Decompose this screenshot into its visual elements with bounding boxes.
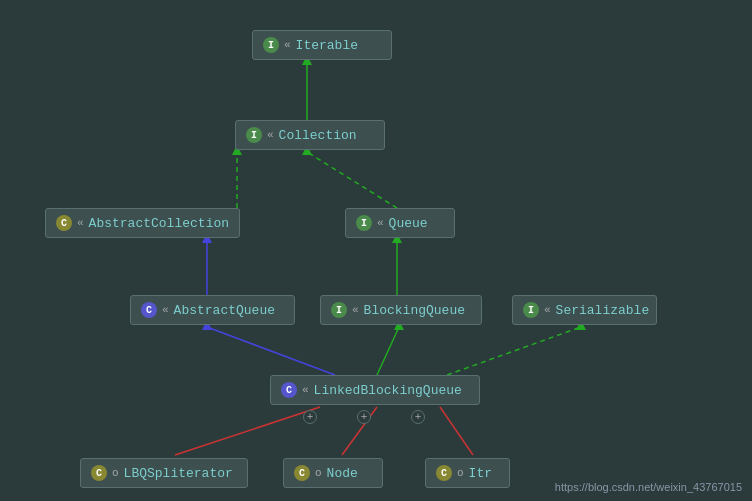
svg-line-16 bbox=[175, 407, 320, 455]
type-linkedblockingqueue: « bbox=[302, 384, 309, 396]
type-queue: « bbox=[377, 217, 384, 229]
diagram-container: I « Iterable I « Collection C « Abstract… bbox=[0, 0, 752, 501]
expand-buttons: + + + bbox=[303, 410, 425, 424]
icon-iterable: I bbox=[263, 37, 279, 53]
node-collection[interactable]: I « Collection bbox=[235, 120, 385, 150]
icon-linkedblockingqueue: C bbox=[281, 382, 297, 398]
type-itr: o bbox=[457, 467, 464, 479]
svg-line-4 bbox=[307, 152, 397, 208]
icon-abstractcollection: C bbox=[56, 215, 72, 231]
label-abstractqueue: AbstractQueue bbox=[174, 303, 275, 318]
watermark: https://blog.csdn.net/weixin_43767015 bbox=[555, 481, 742, 493]
icon-collection: I bbox=[246, 127, 262, 143]
type-abstractcollection: « bbox=[77, 217, 84, 229]
icon-lbqspliterator: C bbox=[91, 465, 107, 481]
type-collection: « bbox=[267, 129, 274, 141]
node-itr[interactable]: C o Itr bbox=[425, 458, 510, 488]
node-serializable[interactable]: I « Serializable bbox=[512, 295, 657, 325]
node-lbqspliterator[interactable]: C o LBQSpliterator bbox=[80, 458, 248, 488]
label-lbqspliterator: LBQSpliterator bbox=[124, 466, 233, 481]
svg-line-14 bbox=[447, 327, 581, 375]
node-linkedblockingqueue[interactable]: C « LinkedBlockingQueue bbox=[270, 375, 480, 405]
label-node: Node bbox=[327, 466, 358, 481]
svg-line-10 bbox=[207, 327, 335, 375]
svg-line-12 bbox=[377, 327, 399, 375]
icon-itr: C bbox=[436, 465, 452, 481]
icon-blockingqueue: I bbox=[331, 302, 347, 318]
type-node: o bbox=[315, 467, 322, 479]
label-serializable: Serializable bbox=[556, 303, 650, 318]
icon-abstractqueue: C bbox=[141, 302, 157, 318]
node-queue[interactable]: I « Queue bbox=[345, 208, 455, 238]
label-collection: Collection bbox=[279, 128, 357, 143]
svg-line-20 bbox=[440, 407, 473, 455]
label-itr: Itr bbox=[469, 466, 492, 481]
label-queue: Queue bbox=[389, 216, 428, 231]
node-blockingqueue[interactable]: I « BlockingQueue bbox=[320, 295, 482, 325]
arrows-layer bbox=[0, 0, 752, 501]
expand-btn-1[interactable]: + bbox=[303, 410, 317, 424]
type-lbqspliterator: o bbox=[112, 467, 119, 479]
label-iterable: Iterable bbox=[296, 38, 358, 53]
type-abstractqueue: « bbox=[162, 304, 169, 316]
expand-btn-3[interactable]: + bbox=[411, 410, 425, 424]
label-linkedblockingqueue: LinkedBlockingQueue bbox=[314, 383, 462, 398]
label-blockingqueue: BlockingQueue bbox=[364, 303, 465, 318]
icon-queue: I bbox=[356, 215, 372, 231]
node-abstractqueue[interactable]: C « AbstractQueue bbox=[130, 295, 295, 325]
node-node[interactable]: C o Node bbox=[283, 458, 383, 488]
type-blockingqueue: « bbox=[352, 304, 359, 316]
node-iterable[interactable]: I « Iterable bbox=[252, 30, 392, 60]
type-serializable: « bbox=[544, 304, 551, 316]
label-abstractcollection: AbstractCollection bbox=[89, 216, 229, 231]
icon-node: C bbox=[294, 465, 310, 481]
type-iterable: « bbox=[284, 39, 291, 51]
expand-btn-2[interactable]: + bbox=[357, 410, 371, 424]
node-abstractcollection[interactable]: C « AbstractCollection bbox=[45, 208, 240, 238]
icon-serializable: I bbox=[523, 302, 539, 318]
